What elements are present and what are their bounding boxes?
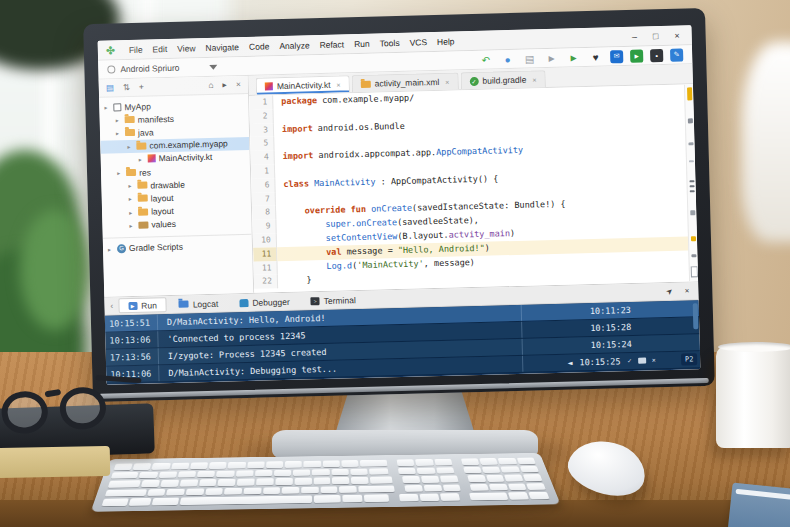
favorite-icon[interactable]: ♥ — [588, 50, 603, 63]
filter-icon[interactable] — [209, 64, 217, 69]
chevron-right-icon[interactable]: ▸ — [129, 222, 135, 229]
kraft-notepad — [0, 446, 110, 478]
key — [186, 488, 205, 495]
menu-item-vcs[interactable]: VCS — [404, 37, 432, 48]
key — [440, 493, 460, 500]
run-app-icon[interactable]: ► — [566, 51, 581, 64]
key — [293, 469, 310, 476]
chevron-right-icon[interactable]: ▸ — [108, 245, 114, 252]
chevron-left-icon[interactable]: ‹ — [110, 302, 113, 311]
key — [442, 484, 461, 491]
menu-item-file[interactable]: File — [124, 44, 148, 55]
profiler-icon[interactable]: ● — [500, 52, 515, 65]
key — [369, 468, 389, 475]
notes-icon[interactable]: ✎ — [670, 48, 683, 61]
menu-item-analyze[interactable]: Analyze — [274, 40, 314, 51]
chevron-right-icon[interactable]: ▸ — [139, 155, 145, 162]
tool-tab-terminal[interactable]: >Terminal — [301, 292, 364, 309]
toolbox-icon[interactable]: ▪ — [650, 49, 663, 62]
key — [479, 458, 498, 465]
key — [105, 489, 147, 497]
arrow-left-icon[interactable]: ◄ — [567, 358, 572, 368]
line-number: 10 — [253, 233, 277, 247]
tree-item-gradle-scripts[interactable]: ▸GGradle Scripts — [103, 239, 252, 256]
key — [275, 478, 292, 485]
check-icon[interactable]: ✓ — [627, 357, 631, 365]
editor-tab-activity-main-xml[interactable]: activity_main.xml× — [351, 72, 458, 92]
menu-item-tools[interactable]: Tools — [375, 37, 405, 48]
collapse-icon[interactable]: × — [236, 80, 241, 89]
project-view-icon[interactable]: ▤ — [106, 84, 114, 93]
key — [151, 498, 179, 506]
chevron-right-icon[interactable]: ▸ — [129, 209, 135, 216]
chevron-right-icon[interactable]: ▸ — [104, 104, 110, 111]
chevron-right-icon[interactable]: ▸ — [128, 182, 134, 189]
key — [139, 471, 158, 478]
editor-tab-build-gradle[interactable]: ✓build.gradle× — [460, 70, 545, 89]
close-icon[interactable]: × — [652, 356, 656, 364]
console-corner-badge[interactable]: P2 — [681, 353, 697, 365]
stripe-mark — [687, 87, 692, 100]
console-scrollbar-thumb[interactable] — [693, 303, 699, 329]
key — [141, 480, 160, 487]
key — [421, 476, 439, 483]
log-timestamp-right: 10:15:28 — [590, 322, 631, 333]
home-icon[interactable]: ⌂ — [208, 81, 213, 90]
tool-tab-debugger[interactable]: Debugger — [230, 294, 299, 311]
menu-item-run[interactable]: Run — [349, 38, 375, 49]
chevron-right-icon[interactable]: ▸ — [116, 130, 122, 137]
tree-item-label: MyApp — [124, 101, 151, 112]
close-panel-icon[interactable]: × — [685, 286, 690, 295]
debugger-icon — [239, 298, 248, 306]
key — [256, 478, 274, 485]
key — [255, 470, 273, 477]
forward-icon[interactable]: ► — [544, 51, 559, 64]
play-badge-icon[interactable]: ► — [630, 49, 643, 62]
chevron-right-icon[interactable]: ▸ — [117, 169, 123, 176]
key — [360, 460, 388, 467]
key — [364, 495, 389, 503]
undo-icon[interactable]: ↶ — [478, 53, 493, 66]
menu-item-navigate[interactable]: Navigate — [200, 42, 244, 53]
tab-close-icon[interactable]: × — [336, 81, 340, 88]
add-icon[interactable]: + — [139, 83, 144, 92]
maximize-button[interactable]: □ — [653, 31, 659, 41]
tree-item-values[interactable]: ▸values — [102, 216, 251, 233]
chevron-right-icon[interactable]: ▸ — [116, 117, 122, 124]
menu-item-edit[interactable]: Edit — [147, 43, 172, 54]
scroll-source-icon[interactable]: ⇅ — [123, 83, 130, 92]
tab-close-icon[interactable]: × — [445, 78, 449, 85]
stripe-mark — [690, 210, 695, 215]
close-button[interactable]: × — [674, 30, 680, 40]
expand-icon[interactable]: ▸ — [222, 81, 227, 90]
line-number: 2 — [249, 109, 273, 123]
tool-tab-logcat[interactable]: Logcat — [170, 296, 228, 313]
key — [434, 459, 452, 466]
log-console[interactable]: 10:15:51D/MainActivity: Hello, Android!1… — [105, 300, 701, 385]
code-area[interactable]: 1package com.example.myapp/23import andr… — [249, 84, 698, 293]
tree-item-label: manifests — [138, 114, 175, 125]
clipboard-icon[interactable]: ▤ — [522, 52, 537, 65]
key — [470, 484, 489, 491]
key — [209, 462, 227, 469]
editor-tab-mainactivity-kt[interactable]: MainActivity.kt× — [256, 75, 350, 94]
stripe-bottom-box — [691, 266, 698, 277]
key — [469, 493, 508, 501]
key — [237, 479, 255, 486]
key — [285, 461, 302, 468]
chevron-right-icon[interactable]: ▸ — [129, 195, 135, 202]
menu-item-view[interactable]: View — [172, 43, 201, 54]
menu-item-help[interactable]: Help — [432, 36, 460, 47]
key — [370, 477, 393, 484]
device-selector[interactable]: Android Spriuro — [107, 63, 179, 75]
menu-item-refact[interactable]: Refact — [314, 39, 349, 50]
minimize-button[interactable]: – — [632, 31, 637, 41]
tool-tab-run[interactable]: ▶Run — [118, 297, 167, 313]
send-icon[interactable]: ➤ — [664, 286, 675, 297]
folder-icon[interactable] — [638, 358, 646, 364]
mail-icon[interactable]: ✉ — [610, 50, 623, 63]
chevron-right-icon[interactable]: ▸ — [127, 143, 133, 150]
menu-item-code[interactable]: Code — [244, 41, 275, 52]
tab-close-icon[interactable]: × — [532, 76, 536, 83]
line-number: 11 — [253, 247, 277, 261]
